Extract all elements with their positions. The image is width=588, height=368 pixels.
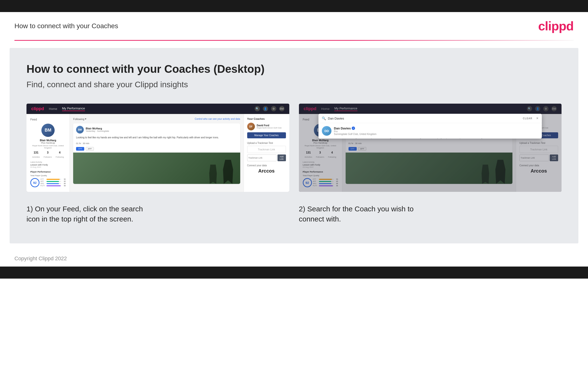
user-stats: 131 Activities 3 Followers 4 Following bbox=[30, 151, 66, 159]
qbar-ott-label-2: OTT bbox=[313, 178, 318, 180]
trackman-section-2: Upload a Trackman Test Trackman Link Add… bbox=[519, 142, 558, 161]
control-link[interactable]: Control who can see your activity and da… bbox=[195, 118, 240, 120]
qbar-app-track bbox=[46, 181, 61, 182]
qbar-ott-fill bbox=[46, 179, 60, 180]
search-close-button[interactable]: × bbox=[536, 116, 538, 120]
main-subheading: Find, connect and share your Clippd insi… bbox=[26, 80, 562, 89]
user-stats-2: 131 Activities 3 Followers 4 Following bbox=[303, 151, 338, 159]
stat-activities-label: Activities bbox=[32, 156, 40, 158]
settings-icon-2: ⚙ bbox=[543, 106, 549, 111]
steps-row: 1) On your Feed, click on the searchicon… bbox=[26, 204, 562, 224]
trackman-input-row: Add Link bbox=[247, 155, 286, 161]
trackman-placeholder-2: Trackman Link bbox=[519, 146, 558, 153]
app-nav-logo-2: clippd bbox=[304, 106, 316, 111]
settings-icon[interactable]: ⚙ bbox=[271, 106, 276, 111]
nav-item-performance[interactable]: My Performance bbox=[62, 107, 85, 111]
off-button-2: OTT bbox=[349, 147, 357, 151]
stat-followers: 3 Followers bbox=[44, 151, 52, 159]
step-1-text: 1) On your Feed, click on the searchicon… bbox=[26, 204, 289, 224]
stat-followers-2: 3 Followers bbox=[316, 151, 324, 159]
user-icon[interactable]: 👤 bbox=[263, 106, 268, 111]
app-nav-icons-2: 🔍 👤 ⚙ BM bbox=[527, 106, 557, 111]
quality-row-2: 92 OTT 90 APP 85 bbox=[303, 178, 338, 187]
stat-activities-num: 131 bbox=[32, 151, 40, 154]
result-club: Sunningdale Golf Club, United Kingdom bbox=[334, 133, 377, 135]
post-content: Looking to feel like my hands are exitin… bbox=[73, 136, 240, 141]
screenshot-2: clippd Home My Performance 🔍 👤 ⚙ BM Feed bbox=[299, 104, 562, 192]
connect-data-title-2: Connect your data bbox=[519, 164, 558, 167]
off-button[interactable]: OTT bbox=[76, 147, 84, 151]
result-info: Dan Davies ✓ Pro Sunningdale Golf Club, … bbox=[334, 127, 377, 135]
stat-following: 4 Following bbox=[56, 151, 64, 159]
quality-row: 92 OTT 90 APP 85 bbox=[30, 178, 66, 187]
activity-name-2: Lesson with Fordy bbox=[303, 164, 338, 166]
qbar-arg: ARG 86 bbox=[40, 183, 66, 184]
coach-info: David Ford Royal North Devon Golf Club bbox=[257, 124, 282, 129]
screenshots-row: clippd Home My Performance 🔍 👤 ⚙ BM Feed bbox=[26, 104, 562, 192]
trackman-input[interactable] bbox=[247, 155, 277, 161]
latest-activity-label-2: Latest Activity bbox=[303, 161, 338, 163]
app-nav-2: clippd Home My Performance 🔍 👤 ⚙ BM bbox=[299, 104, 562, 114]
quality-title-2: Total Player Quality bbox=[303, 175, 338, 177]
stat-following-label: Following bbox=[56, 156, 64, 158]
right-panel-1: Your Coaches DF David Ford Royal North D… bbox=[244, 114, 289, 192]
verified-badge: ✓ bbox=[352, 127, 355, 130]
app-mockup-1: clippd Home My Performance 🔍 👤 ⚙ BM Feed bbox=[26, 104, 289, 192]
top-bar bbox=[0, 0, 588, 12]
qbar-putt-fill bbox=[46, 185, 61, 186]
following-button[interactable]: Following ▾ bbox=[73, 117, 86, 120]
qbar-ott-val: 90 bbox=[62, 178, 66, 180]
app-nav-logo: clippd bbox=[31, 106, 44, 111]
user-handicap-2: Plus Handicap bbox=[303, 142, 338, 144]
app-nav-1: clippd Home My Performance 🔍 👤 ⚙ BM bbox=[26, 104, 289, 114]
nav-item-home[interactable]: Home bbox=[49, 107, 57, 110]
app-button-2: APP bbox=[358, 147, 366, 151]
search-icon[interactable]: 🔍 bbox=[255, 106, 260, 111]
qbar-arg-fill bbox=[46, 183, 59, 184]
activity-date: 03 Aug 2022 bbox=[30, 166, 66, 168]
qbar-app-label: APP bbox=[40, 181, 46, 182]
stat-activities: 131 Activities bbox=[32, 151, 40, 159]
manage-coaches-button[interactable]: Manage Your Coaches bbox=[247, 132, 286, 138]
avatar-icon-2: BM bbox=[551, 106, 557, 111]
post-user-name: Blair McHarg bbox=[86, 127, 109, 130]
connect-data-title: Connect your data bbox=[247, 164, 286, 167]
post-user-info: Blair McHarg Yesterday · Sunningdale bbox=[86, 127, 109, 132]
app-body-1: Feed BM Blair McHarg Plus Handicap Royal… bbox=[26, 114, 289, 192]
search-result[interactable]: DD Dan Davies ✓ Pro Sunningdale Golf Clu… bbox=[318, 123, 542, 138]
step-2-text: 2) Search for the Coach you wish toconne… bbox=[299, 204, 562, 224]
post-duration-2: 01 hr : 30 min bbox=[346, 141, 513, 146]
header-divider bbox=[14, 40, 574, 41]
coach-avatar: DF bbox=[247, 123, 255, 130]
avatar-icon[interactable]: BM bbox=[279, 106, 284, 111]
copyright: Copyright Clippd 2022 bbox=[14, 256, 67, 261]
post-actions-2: OTT APP bbox=[346, 146, 513, 153]
trackman-input-2 bbox=[519, 155, 549, 161]
stat-following-num: 4 bbox=[56, 151, 64, 154]
post-actions: OTT APP bbox=[73, 146, 240, 153]
app-nav-icons: 🔍 👤 ⚙ BM bbox=[255, 106, 284, 111]
footer: Copyright Clippd 2022 bbox=[0, 251, 588, 267]
step-2-desc: 2) Search for the Coach you wish toconne… bbox=[299, 204, 562, 224]
search-bar: 🔍 CLEAR × bbox=[318, 114, 542, 123]
step-1-desc: 1) On your Feed, click on the searchicon… bbox=[26, 204, 289, 224]
following-bar: Following ▾ Control who can see your act… bbox=[73, 117, 240, 120]
stat-activities-label-2: Activities bbox=[305, 156, 312, 158]
post-meta: Yesterday · Sunningdale bbox=[86, 130, 109, 132]
search-clear-button[interactable]: CLEAR bbox=[523, 117, 532, 120]
result-avatar: DD bbox=[322, 126, 331, 136]
trackman-add-button[interactable]: Add Link bbox=[278, 155, 286, 161]
stat-followers-label-2: Followers bbox=[316, 156, 324, 158]
coach-item: DF David Ford Royal North Devon Golf Clu… bbox=[247, 123, 286, 130]
app-button[interactable]: APP bbox=[86, 147, 94, 151]
qbar-ott: OTT 90 bbox=[40, 178, 66, 180]
nav-item-home-2: Home bbox=[321, 107, 330, 110]
qbar-arg-track bbox=[46, 183, 61, 184]
golfer-silhouette-2 bbox=[208, 165, 219, 184]
player-perf-title-2: Player Performance bbox=[303, 171, 338, 173]
qbar-ott-2: OTT 90 bbox=[313, 178, 338, 180]
trackman-section: Upload a Trackman Test Trackman Link Add… bbox=[247, 142, 286, 161]
qbar-app-fill bbox=[46, 181, 59, 182]
search-icon-overlay: 🔍 bbox=[322, 116, 326, 120]
search-input[interactable] bbox=[328, 117, 521, 120]
